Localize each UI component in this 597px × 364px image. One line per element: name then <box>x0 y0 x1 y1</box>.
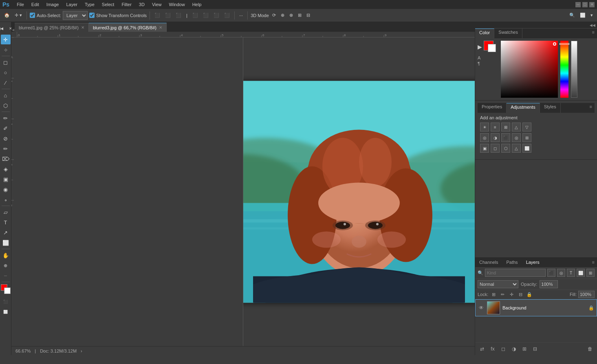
new-fill-adj-btn[interactable]: ◑ <box>509 344 518 353</box>
align-bottom-button[interactable]: ⬛ <box>212 12 221 19</box>
lock-position-btn[interactable]: ✛ <box>508 291 515 298</box>
exposure-adj-icon[interactable]: △ <box>512 123 521 132</box>
align-top-button[interactable]: ⬛ <box>191 12 200 19</box>
align-left-button[interactable]: ⬛ <box>153 12 162 19</box>
zoom-tool-btn[interactable]: ⊕ <box>1 261 11 270</box>
align-center-v-button[interactable]: ⬛ <box>201 12 210 19</box>
history-brush-btn[interactable]: ⌦ <box>1 154 11 164</box>
lock-image-btn[interactable]: ✏ <box>499 291 506 298</box>
posterize-adj-icon[interactable]: ◻ <box>491 144 500 153</box>
layer-filter-shape-btn[interactable]: ⬜ <box>577 269 585 277</box>
menu-edit[interactable]: Edit <box>28 1 42 8</box>
curves-adj-icon[interactable]: ⊞ <box>501 123 510 132</box>
add-mask-btn[interactable]: ◻ <box>499 344 508 353</box>
add-style-btn[interactable]: fx <box>488 344 497 353</box>
photo-filter-adj-icon[interactable]: ◎ <box>512 133 521 142</box>
opacity-slider[interactable] <box>571 41 577 98</box>
new-layer-btn[interactable]: ⊟ <box>531 344 540 353</box>
eyedropper-tool-btn[interactable]: ✏ <box>1 113 11 123</box>
canvas-scroll[interactable] <box>243 37 475 346</box>
show-transform-checkbox[interactable] <box>89 13 95 18</box>
opacity-input[interactable] <box>540 280 558 288</box>
lock-pixels-btn[interactable]: ⊞ <box>490 291 497 298</box>
menu-window[interactable]: Window <box>166 1 188 8</box>
close-button[interactable]: ✕ <box>589 2 595 7</box>
marquee-tool-btn[interactable]: ◻ <box>1 57 11 67</box>
layer-filter-type-btn[interactable]: T <box>567 269 575 277</box>
bw-adj-icon[interactable]: ⬛ <box>501 133 510 142</box>
hand-tool-btn[interactable]: ✋ <box>1 250 11 260</box>
auto-select-dropdown[interactable]: Layer Group <box>63 11 88 20</box>
layers-panel-options[interactable]: ≡ <box>590 259 597 266</box>
layer-filter-smartobj-btn[interactable]: ⊞ <box>586 269 595 277</box>
background-color-swatch[interactable] <box>4 287 11 294</box>
menu-help[interactable]: Help <box>189 1 205 8</box>
eraser-tool-btn[interactable]: ◈ <box>1 164 11 174</box>
menu-type[interactable]: Type <box>82 1 98 8</box>
new-group-btn[interactable]: ⊞ <box>520 344 529 353</box>
channels-tab[interactable]: Channels <box>475 259 502 266</box>
layer-background[interactable]: 👁 Background 🔒 <box>475 299 597 316</box>
blur-tool-btn[interactable]: ◉ <box>1 184 11 194</box>
tab-blurred1[interactable]: blurred1.jpg @ 25% (RGB/8#) ✕ <box>15 23 89 32</box>
maximize-button[interactable]: □ <box>582 2 588 7</box>
panel-collapse-handle[interactable]: ◀ <box>11 28 15 32</box>
threshold-adj-icon[interactable]: ⬡ <box>501 144 510 153</box>
crop-tool-btn[interactable]: ⌂ <box>1 90 11 100</box>
hue-slider[interactable] <box>560 41 568 98</box>
align-right2-button[interactable]: ⬛ <box>222 12 231 19</box>
paths-tab[interactable]: Paths <box>502 259 522 266</box>
home-button[interactable]: 🏠 <box>2 12 11 19</box>
lock-artboard-btn[interactable]: ⊟ <box>517 291 524 298</box>
auto-select-checkbox[interactable] <box>30 13 35 18</box>
pen-tool-btn[interactable]: ▱ <box>1 207 11 217</box>
styles-tab[interactable]: Styles <box>540 103 561 113</box>
layers-search-input[interactable] <box>485 269 546 277</box>
move-tool-btn[interactable]: ✛ <box>1 35 11 44</box>
align-sep-button[interactable]: | <box>185 12 189 19</box>
menu-layer[interactable]: Layer <box>63 1 81 8</box>
menu-image[interactable]: Image <box>43 1 62 8</box>
vibrance-adj-icon[interactable]: ▽ <box>522 123 531 132</box>
fill-input[interactable] <box>578 291 595 298</box>
gradient-map-adj-icon[interactable]: △ <box>512 144 521 153</box>
quick-mask-btn[interactable]: ⬛ <box>1 297 11 307</box>
brightness-adj-icon[interactable]: ☀ <box>480 123 489 132</box>
quick-select-tool-btn[interactable]: ∕ <box>1 78 11 88</box>
minimize-button[interactable]: ─ <box>575 2 581 7</box>
adj-panel-options[interactable]: ≡ <box>587 103 595 113</box>
blend-mode-dropdown[interactable]: Normal Dissolve Multiply Screen Overlay <box>478 280 518 288</box>
tab-blurred3-close[interactable]: ✕ <box>159 25 162 30</box>
menu-file[interactable]: File <box>13 1 27 8</box>
layer-filter-adj-btn[interactable]: ◎ <box>557 269 565 277</box>
layer-visibility-eye[interactable]: 👁 <box>478 305 485 311</box>
delete-layer-btn[interactable]: 🗑 <box>586 344 595 353</box>
screen-mode-btn[interactable]: ⬜ <box>1 307 11 317</box>
clone-stamp-btn[interactable]: ✏ <box>1 144 11 153</box>
artboard-tool-btn[interactable]: ⊹ <box>1 45 11 55</box>
link-layers-btn[interactable]: ⇄ <box>478 344 487 353</box>
type-tool-btn[interactable]: T <box>1 217 11 227</box>
more-tools-btn[interactable]: ··· <box>1 271 11 281</box>
more-options-button[interactable]: ··· <box>238 12 245 19</box>
color-panel-options[interactable]: ≡ <box>590 29 597 38</box>
hue-sat-adj-icon[interactable]: ◎ <box>480 133 489 142</box>
color-balance-adj-icon[interactable]: ◑ <box>491 133 500 142</box>
play-button[interactable]: ▶ <box>478 44 482 50</box>
3d-btn3[interactable]: ⊗ <box>288 12 295 19</box>
3d-btn4[interactable]: ⊞ <box>296 12 303 19</box>
menu-3d[interactable]: 3D <box>136 1 148 8</box>
status-arrow[interactable]: › <box>81 349 82 353</box>
panel-right-collapse[interactable]: ◀◀ <box>590 23 595 27</box>
swatches-tab[interactable]: Swatches <box>494 29 522 38</box>
3d-btn1[interactable]: ⟳ <box>271 12 278 19</box>
levels-adj-icon[interactable]: ≡ <box>491 123 500 132</box>
bg-color-box[interactable] <box>488 44 496 52</box>
3d-btn2[interactable]: ⊕ <box>279 12 286 19</box>
lasso-tool-btn[interactable]: ○ <box>1 68 11 77</box>
menu-select[interactable]: Select <box>99 1 118 8</box>
brush-tool-btn[interactable]: ⊘ <box>1 134 11 143</box>
invert-adj-icon[interactable]: ▣ <box>480 144 489 153</box>
dodge-tool-btn[interactable]: ∘ <box>1 195 11 204</box>
layers-tab[interactable]: Layers <box>522 259 544 266</box>
